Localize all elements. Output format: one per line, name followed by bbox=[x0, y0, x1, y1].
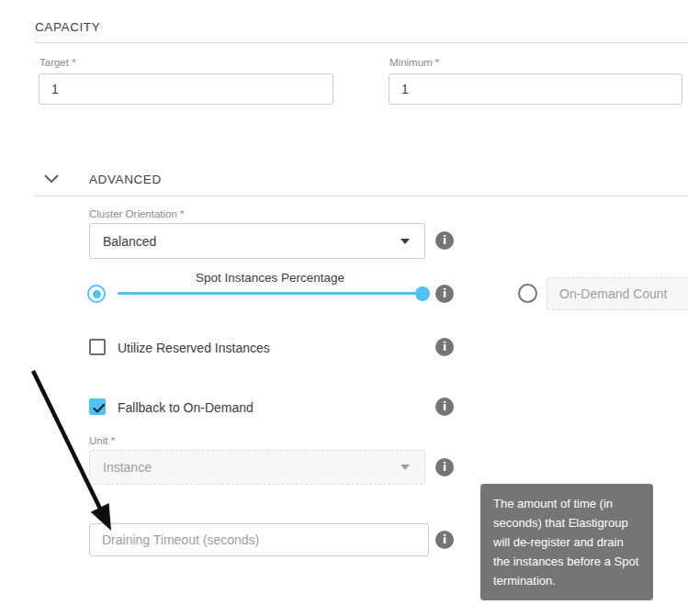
on-demand-count-input bbox=[547, 277, 688, 310]
minimum-input[interactable] bbox=[389, 73, 682, 105]
utilize-reserved-checkbox[interactable] bbox=[89, 339, 106, 355]
draining-timeout-input[interactable] bbox=[89, 523, 429, 556]
spot-percentage-label: Spot Instances Percentage bbox=[118, 271, 423, 285]
chevron-down-icon[interactable] bbox=[44, 174, 59, 184]
cluster-orientation-value: Balanced bbox=[103, 234, 156, 249]
unit-value: Instance bbox=[103, 460, 152, 475]
info-icon[interactable]: i bbox=[435, 531, 454, 549]
spot-percentage-slider-thumb[interactable] bbox=[415, 286, 430, 301]
checkmark-icon bbox=[91, 401, 107, 416]
cluster-orientation-label: Cluster Orientation * bbox=[89, 208, 185, 219]
info-icon[interactable]: i bbox=[435, 398, 454, 416]
advanced-divider bbox=[35, 196, 688, 196]
advanced-section-title: ADVANCED bbox=[89, 173, 162, 186]
caret-down-icon bbox=[400, 239, 410, 244]
draining-timeout-tooltip: The amount of time (in seconds) that Ela… bbox=[480, 484, 653, 600]
tooltip-text: The amount of time (in seconds) that Ela… bbox=[493, 497, 638, 588]
minimum-label: Minimum * bbox=[389, 57, 439, 68]
fallback-on-demand-label: Fallback to On-Demand bbox=[118, 400, 254, 415]
utilize-reserved-label: Utilize Reserved Instances bbox=[118, 341, 270, 355]
caret-down-icon bbox=[400, 465, 410, 470]
cluster-orientation-select[interactable]: Balanced bbox=[89, 223, 425, 259]
target-label: Target * bbox=[39, 57, 76, 68]
capacity-divider bbox=[35, 42, 688, 43]
info-icon[interactable]: i bbox=[435, 285, 454, 303]
capacity-section-title: CAPACITY bbox=[35, 20, 100, 34]
spot-percentage-radio[interactable] bbox=[87, 285, 106, 303]
target-input[interactable] bbox=[39, 73, 333, 105]
unit-label: Unit * bbox=[89, 435, 115, 446]
spot-percentage-slider-track[interactable] bbox=[118, 292, 423, 295]
on-demand-count-radio[interactable] bbox=[518, 284, 537, 303]
info-icon[interactable]: i bbox=[435, 231, 454, 250]
fallback-on-demand-checkbox[interactable] bbox=[89, 398, 106, 415]
unit-select: Instance bbox=[89, 450, 425, 485]
info-icon[interactable]: i bbox=[435, 458, 454, 476]
info-icon[interactable]: i bbox=[435, 338, 454, 356]
capacity-settings-page: CAPACITY Target * Minimum * ADVANCED Clu… bbox=[0, 0, 688, 616]
